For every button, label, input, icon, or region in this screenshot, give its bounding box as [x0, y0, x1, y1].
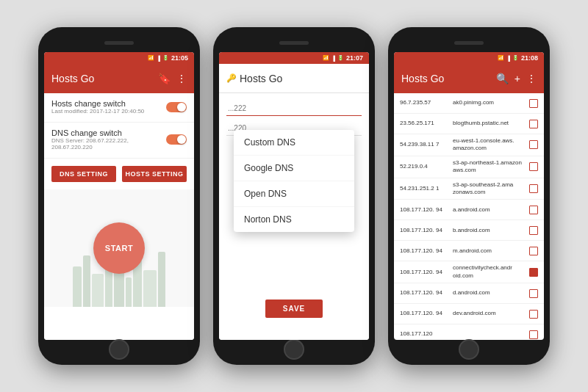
signal-icon-2: ▐ — [331, 56, 335, 61]
battery-icon-1: 🔋 — [162, 55, 169, 61]
host-checkbox-6[interactable] — [529, 226, 538, 235]
app-bar-title-2: Hosts Go — [240, 73, 282, 84]
phone-1-notch — [44, 36, 194, 49]
building-3 — [92, 274, 104, 307]
host-ip-9: 108.177.120. 94 — [400, 289, 453, 297]
app-bar-2: 🔑 Hosts Go — [219, 64, 369, 93]
dns-input-1[interactable] — [226, 101, 362, 116]
host-ip-8: 108.177.120. 94 — [400, 269, 453, 276]
host-name-8: connectivitycheck.andr oid.com — [453, 264, 529, 280]
phone-2-bottom — [219, 343, 369, 356]
phone-2-screen: 📶 ▐ 🔋 21:07 🔑 Hosts Go Custom DNS Google… — [219, 52, 369, 340]
city-area-1: START — [44, 189, 194, 307]
phone-1-speaker — [104, 41, 134, 45]
host-ip-5: 108.177.120. 94 — [400, 206, 453, 214]
host-row-0[interactable]: 96.7.235.57 ak0.pinimg.com — [394, 93, 544, 114]
host-name-0: ak0.pinimg.com — [453, 99, 529, 106]
host-name-3: s3-ap-northeast-1.amazon aws.com — [453, 159, 529, 175]
host-row-1[interactable]: 23.56.25.171 blogthumb.pstatic.net — [394, 114, 544, 134]
search-icon-3[interactable]: 🔍 — [496, 73, 509, 84]
home-button-3[interactable] — [459, 339, 479, 360]
host-row-8[interactable]: 108.177.120. 94 connectivitycheck.andr o… — [394, 261, 544, 283]
phone-3-speaker — [454, 41, 484, 45]
host-row-4[interactable]: 54.231.251.2 1 s3-ap-southeast-2.ama zon… — [394, 178, 544, 200]
host-ip-6: 108.177.120. 94 — [400, 227, 453, 234]
host-checkbox-1[interactable] — [529, 120, 538, 128]
time-2: 21:07 — [346, 54, 363, 62]
host-checkbox-9[interactable] — [529, 289, 538, 298]
host-checkbox-7[interactable] — [529, 247, 538, 255]
signal-icon-3: ▐ — [506, 56, 510, 61]
host-row-6[interactable]: 108.177.120. 94 b.android.com — [394, 220, 544, 241]
host-checkbox-8[interactable] — [529, 268, 538, 277]
dns-option-google[interactable]: Google DNS — [234, 156, 354, 181]
phone-2: 📶 ▐ 🔋 21:07 🔑 Hosts Go Custom DNS Google… — [213, 27, 375, 365]
save-button[interactable]: SAVE — [265, 300, 323, 318]
signal-icon-1: ▐ — [157, 56, 160, 61]
more-icon-3[interactable]: ⋮ — [526, 73, 537, 84]
phones-container: 📶 ▐ 🔋 21:05 Hosts Go 🔖 ⋮ Host — [24, 12, 564, 380]
host-checkbox-5[interactable] — [529, 206, 538, 214]
more-icon-1[interactable]: ⋮ — [176, 73, 187, 84]
host-checkbox-10[interactable] — [529, 310, 538, 319]
status-bar-1: 📶 ▐ 🔋 21:05 — [44, 52, 194, 64]
time-1: 21:05 — [171, 54, 188, 62]
host-row-10[interactable]: 108.177.120. 94 dev.android.com — [394, 304, 544, 324]
host-ip-11: 108.177.120 — [400, 330, 453, 338]
host-row-7[interactable]: 108.177.120. 94 m.android.com — [394, 241, 544, 261]
host-checkbox-3[interactable] — [529, 162, 538, 171]
app-bar-actions-3: 🔍 + ⋮ — [496, 73, 537, 84]
host-ip-7: 108.177.120. 94 — [400, 247, 453, 255]
app-bar-actions-1: 🔖 ⋮ — [158, 73, 187, 84]
host-checkbox-4[interactable] — [529, 184, 538, 193]
host-row-5[interactable]: 108.177.120. 94 a.android.com — [394, 200, 544, 220]
home-button-2[interactable] — [284, 339, 304, 360]
hosts-setting-button[interactable]: HOSTS SETTING — [122, 166, 187, 182]
host-name-2: eu-west-1.console.aws. amazon.com — [453, 137, 529, 153]
dns-option-open[interactable]: Open DNS — [234, 181, 354, 207]
dns-option-norton[interactable]: Norton DNS — [234, 207, 354, 232]
host-checkbox-2[interactable] — [529, 140, 538, 149]
host-row-9[interactable]: 108.177.120. 94 d.android.com — [394, 283, 544, 304]
host-ip-2: 54.239.38.11 7 — [400, 141, 453, 148]
phone-3-bottom — [394, 343, 544, 356]
host-list: 96.7.235.57 ak0.pinimg.com 23.56.25.171 … — [394, 93, 544, 340]
host-ip-4: 54.231.251.2 1 — [400, 185, 453, 192]
host-name-6: b.android.com — [453, 227, 529, 234]
screen-2-content: Custom DNS Google DNS Open DNS Norton DN… — [219, 93, 369, 340]
dns-option-custom[interactable]: Custom DNS — [234, 130, 354, 156]
host-name-4: s3-ap-southeast-2.ama zonaws.com — [453, 181, 529, 197]
host-name-5: a.android.com — [453, 206, 529, 214]
home-button-1[interactable] — [109, 339, 129, 360]
host-name-1: blogthumb.pstatic.net — [453, 120, 529, 127]
building-6 — [126, 277, 132, 307]
host-row-11[interactable]: 108.177.120 — [394, 324, 544, 340]
phone-3-screen: 📶 ▐ 🔋 21:08 Hosts Go 🔍 + ⋮ 96.7.235.57 a… — [394, 52, 544, 340]
status-bar-3: 📶 ▐ 🔋 21:08 — [394, 52, 544, 64]
wifi-icon-2: 📶 — [323, 55, 329, 61]
host-ip-1: 23.56.25.171 — [400, 120, 453, 127]
phone-1-bottom — [44, 343, 194, 356]
app-bar-3: Hosts Go 🔍 + ⋮ — [394, 64, 544, 93]
switch-label-1: Hosts change switch — [51, 99, 144, 108]
host-row-3[interactable]: 52.219.0.4 s3-ap-northeast-1.amazon aws.… — [394, 156, 544, 178]
switch-sublabel-2: DNS Server: 208.67.222.222, 208.67.220.2… — [51, 137, 166, 150]
switch-label-2: DNS change switch — [51, 128, 166, 137]
toggle-1[interactable] — [166, 102, 187, 112]
host-ip-0: 96.7.235.57 — [400, 99, 453, 106]
start-button[interactable]: START — [93, 222, 145, 274]
host-checkbox-0[interactable] — [529, 99, 538, 108]
host-ip-10: 108.177.120. 94 — [400, 310, 453, 317]
app-bar-1: Hosts Go 🔖 ⋮ — [44, 64, 194, 93]
phone-2-notch — [219, 36, 369, 49]
battery-icon-2: 🔋 — [337, 55, 344, 61]
dns-setting-button[interactable]: DNS SETTING — [51, 166, 116, 182]
host-row-2[interactable]: 54.239.38.11 7 eu-west-1.console.aws. am… — [394, 134, 544, 156]
wifi-icon-3: 📶 — [498, 55, 504, 61]
host-checkbox-11[interactable] — [529, 330, 538, 339]
bookmark-icon-1[interactable]: 🔖 — [158, 73, 171, 84]
add-icon-3[interactable]: + — [514, 73, 520, 84]
wifi-icon-1: 📶 — [148, 55, 154, 61]
toggle-2[interactable] — [166, 134, 187, 145]
app-bar-title-1: Hosts Go — [51, 73, 94, 84]
